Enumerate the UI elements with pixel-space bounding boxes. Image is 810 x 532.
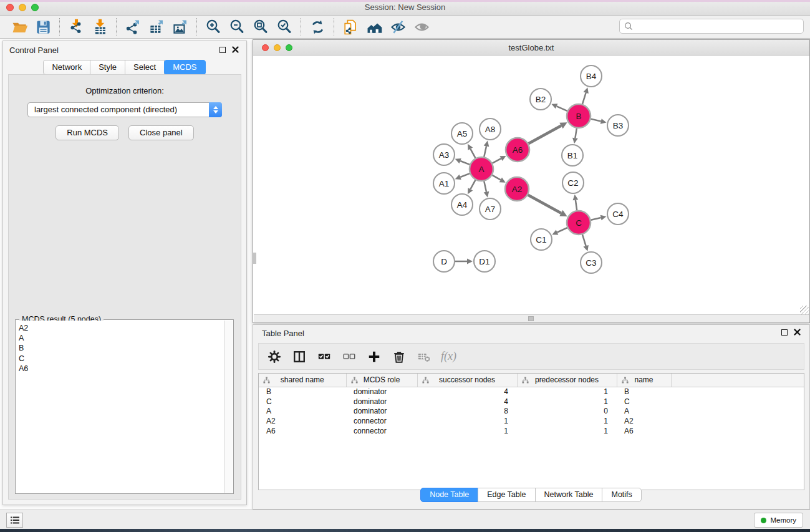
task-history-button[interactable] <box>6 513 23 528</box>
column-header-predecessor-nodes[interactable]: predecessor nodes <box>517 374 617 387</box>
result-list-scrollbar[interactable] <box>224 321 233 493</box>
new-network-from-selection-icon[interactable] <box>339 17 362 37</box>
edge-C-C3[interactable] <box>582 235 586 246</box>
edge-B-B4[interactable] <box>582 93 586 104</box>
column-header-MCDS-role[interactable]: MCDS role <box>346 374 417 387</box>
network-hscroll-thumb[interactable] <box>528 316 534 321</box>
network-hscroll[interactable] <box>254 314 809 322</box>
edge-B-B1[interactable] <box>575 128 576 138</box>
close-table-panel-icon[interactable] <box>794 329 801 336</box>
result-item[interactable]: A <box>19 333 224 343</box>
tab-mcds[interactable]: MCDS <box>164 60 205 75</box>
column-header-name[interactable]: name <box>617 374 671 387</box>
run-mcds-button[interactable]: Run MCDS <box>55 125 119 140</box>
cell-name[interactable]: A6 <box>617 426 671 436</box>
show-columns-icon[interactable] <box>291 349 307 365</box>
refresh-icon[interactable] <box>306 17 329 37</box>
edge-A-A7[interactable] <box>484 181 486 192</box>
close-panel-button[interactable]: Close panel <box>128 125 194 140</box>
cell-MCDS-role[interactable]: dominator <box>346 387 417 397</box>
tab-network-table[interactable]: Network Table <box>535 488 603 502</box>
add-column-icon[interactable] <box>366 349 382 365</box>
table-row[interactable]: A6connector11A6 <box>259 426 804 436</box>
tab-network[interactable]: Network <box>43 60 90 75</box>
result-item[interactable]: B <box>19 343 224 353</box>
edge-C-C2[interactable] <box>576 200 577 210</box>
edge-A-A1[interactable] <box>460 173 470 177</box>
edge-A-A8[interactable] <box>484 146 486 157</box>
cell-MCDS-role[interactable]: dominator <box>346 397 417 407</box>
cell-predecessor-nodes[interactable]: 1 <box>517 397 617 407</box>
cell-MCDS-role[interactable]: connector <box>346 426 417 436</box>
edge-A-A5[interactable] <box>470 149 475 158</box>
deselect-all-icon[interactable] <box>341 349 357 365</box>
zoom-in-icon[interactable] <box>201 17 225 37</box>
zoom-fit-icon[interactable] <box>249 17 272 37</box>
criterion-dropdown[interactable]: largest connected component (directed) <box>27 102 222 117</box>
mcds-result-list[interactable]: A2ABCA6 <box>16 321 224 493</box>
edge-A-A4[interactable] <box>470 180 475 190</box>
table-row[interactable]: Adominator80A <box>259 407 804 417</box>
memory-button[interactable]: Memory <box>754 513 803 528</box>
edge-B-B3[interactable] <box>591 119 600 122</box>
cell-predecessor-nodes[interactable]: 1 <box>517 416 617 426</box>
edge-A-A3[interactable] <box>460 161 470 165</box>
cell-successor-nodes[interactable]: 4 <box>417 397 517 407</box>
cell-shared-name[interactable]: A6 <box>259 426 346 436</box>
table-row[interactable]: A2connector11A2 <box>259 416 804 426</box>
cell-shared-name[interactable]: C <box>259 397 346 407</box>
network-vscroll-thumb[interactable] <box>253 253 256 264</box>
export-network-icon[interactable] <box>121 17 145 37</box>
network-canvas[interactable]: B4B2BB3A8A5A6A3B1AA1C2A2A4A7C4CC1DD1C3 <box>254 56 809 316</box>
delete-table-icon[interactable] <box>416 349 432 365</box>
network-window-titlebar[interactable]: testGlobe.txt <box>253 40 809 56</box>
open-session-icon[interactable] <box>7 17 31 37</box>
cell-MCDS-role[interactable]: dominator <box>346 407 417 417</box>
edge-A-A6[interactable] <box>493 158 501 163</box>
cell-MCDS-role[interactable]: connector <box>346 416 417 426</box>
tab-style[interactable]: Style <box>90 60 125 75</box>
edge-A6-B[interactable] <box>529 125 561 143</box>
edge-C-C1[interactable] <box>557 228 567 232</box>
table-row[interactable]: Cdominator41C <box>259 397 804 407</box>
cell-predecessor-nodes[interactable]: 1 <box>517 426 617 436</box>
edge-A2-C[interactable] <box>528 195 561 213</box>
edge-B-B2[interactable] <box>557 106 567 111</box>
tab-edge-table[interactable]: Edge Table <box>478 488 535 502</box>
export-image-icon[interactable] <box>168 17 192 37</box>
cell-shared-name[interactable]: A <box>259 407 346 417</box>
result-item[interactable]: A6 <box>19 364 224 374</box>
hide-selected-icon[interactable] <box>386 17 410 37</box>
cell-predecessor-nodes[interactable]: 1 <box>517 387 617 397</box>
cell-name[interactable]: B <box>617 387 671 397</box>
network-resize-grip[interactable] <box>800 306 809 314</box>
result-item[interactable]: C <box>19 354 224 364</box>
import-table-icon[interactable] <box>88 17 112 37</box>
tab-node-table[interactable]: Node Table <box>420 488 478 502</box>
cell-shared-name[interactable]: A2 <box>259 416 346 426</box>
cell-name[interactable]: C <box>617 397 671 407</box>
cell-shared-name[interactable]: B <box>259 387 346 397</box>
cell-name[interactable]: A <box>617 407 671 417</box>
save-session-icon[interactable] <box>31 17 55 37</box>
first-neighbors-icon[interactable] <box>362 17 386 37</box>
table-row[interactable]: Bdominator41B <box>259 387 804 397</box>
result-item[interactable]: A2 <box>19 323 224 333</box>
cell-successor-nodes[interactable]: 8 <box>417 407 517 417</box>
show-all-icon[interactable] <box>410 17 433 37</box>
float-panel-icon[interactable] <box>219 47 226 53</box>
zoom-selected-icon[interactable] <box>272 17 296 37</box>
table-settings-icon[interactable] <box>266 349 282 365</box>
cell-successor-nodes[interactable]: 4 <box>417 387 517 397</box>
tab-select[interactable]: Select <box>125 60 165 75</box>
column-header-shared-name[interactable]: shared name <box>259 374 346 387</box>
cell-predecessor-nodes[interactable]: 0 <box>517 407 617 417</box>
cell-name[interactable]: A2 <box>617 416 671 426</box>
float-table-panel-icon[interactable] <box>781 329 788 336</box>
edge-C-C4[interactable] <box>591 218 601 220</box>
delete-columns-icon[interactable] <box>391 349 407 365</box>
tab-motifs[interactable]: Motifs <box>602 488 641 502</box>
import-network-icon[interactable] <box>64 17 88 37</box>
cell-successor-nodes[interactable]: 1 <box>417 426 517 436</box>
export-table-icon[interactable] <box>145 17 168 37</box>
